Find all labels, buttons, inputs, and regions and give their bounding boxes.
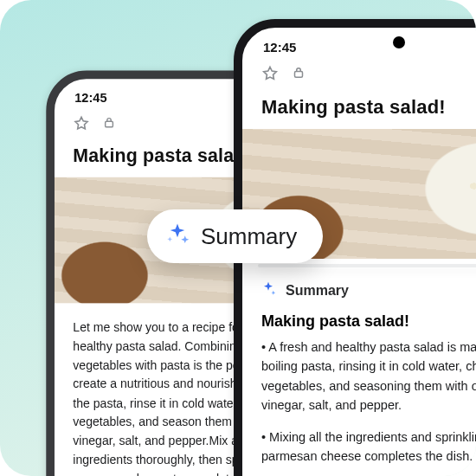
promo-stage: 12:45 100% Making pasta salad! Let me sh… xyxy=(0,0,476,476)
status-bar: 12:45 100% xyxy=(242,28,476,60)
summary-bullets: • A fresh and healthy pasta salad is mad… xyxy=(242,338,476,466)
section-divider xyxy=(258,264,476,267)
svg-rect-0 xyxy=(106,121,113,127)
note-toolbar xyxy=(242,60,476,91)
star-icon[interactable] xyxy=(261,65,279,82)
summary-pill-label: Summary xyxy=(201,223,297,250)
status-time: 12:45 xyxy=(263,40,296,55)
status-time: 12:45 xyxy=(74,91,106,105)
lock-icon[interactable] xyxy=(291,65,308,82)
summary-bullet: • A fresh and healthy pasta salad is mad… xyxy=(261,338,476,415)
summary-title: Making pasta salad! xyxy=(242,307,476,338)
summary-section-label: Summary xyxy=(286,283,349,299)
sparkle-icon xyxy=(164,222,190,251)
svg-rect-1 xyxy=(295,72,303,78)
note-title: Making pasta salad! xyxy=(242,91,476,129)
star-icon[interactable] xyxy=(73,115,89,132)
lock-icon[interactable] xyxy=(101,115,118,132)
summary-pill[interactable]: Summary xyxy=(147,209,323,263)
sparkle-icon xyxy=(260,280,277,301)
summary-bullet: • Mixing all the ingredients and sprinkl… xyxy=(261,428,476,466)
camera-notch xyxy=(393,36,405,48)
summary-header: Summary xyxy=(242,267,476,307)
